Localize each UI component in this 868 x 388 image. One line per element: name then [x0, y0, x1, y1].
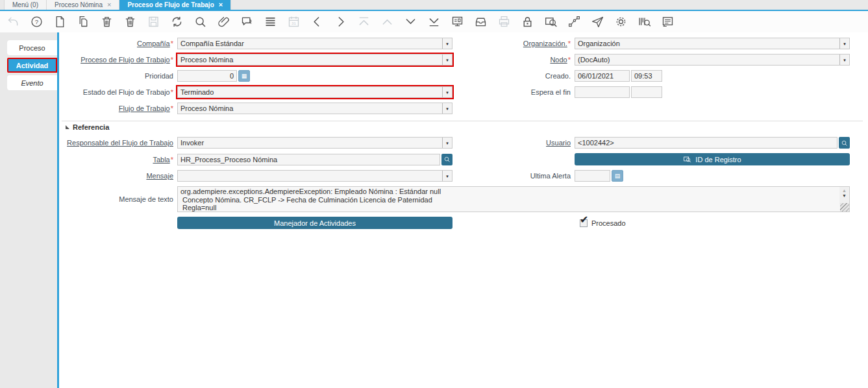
chevron-down-icon[interactable]: ▾: [839, 38, 849, 49]
tab-proceso-nomina[interactable]: Proceso Nómina ×: [47, 0, 119, 10]
calculator-icon[interactable]: ▦: [238, 70, 250, 82]
record-zoom-icon: [683, 155, 691, 164]
tab-proceso-flujo-trabajo[interactable]: Proceso de Flujo de Trabajo ×: [119, 0, 231, 10]
product-info-icon[interactable]: [638, 15, 651, 29]
refresh-icon[interactable]: [170, 15, 184, 29]
preference-icon[interactable]: [614, 15, 628, 29]
zoom-icon[interactable]: [839, 137, 850, 149]
responsable-label: Responsable del Flujo de Trabajo: [63, 139, 173, 147]
compania-combobox[interactable]: Compañía Estándar ▾: [177, 38, 453, 49]
espera-fin-date-field[interactable]: [575, 86, 630, 98]
side-tab-actividad-label: Actividad: [16, 62, 49, 69]
mensaje-label: Mensaje: [63, 172, 173, 180]
tabla-field[interactable]: HR_Process_Proceso Nómina: [177, 154, 440, 165]
side-tab-evento[interactable]: Evento: [7, 75, 57, 90]
last-record-icon[interactable]: [427, 15, 441, 29]
creado-time-field[interactable]: 09:53: [631, 70, 662, 82]
nodo-combobox[interactable]: (DocAuto) ▾: [575, 54, 850, 66]
organizacion-label: Organización.*: [456, 40, 571, 47]
creado-label: Creado.: [456, 72, 571, 80]
responsable-combobox[interactable]: Invoker ▾: [177, 137, 453, 149]
usuario-label: Usuario: [456, 139, 571, 147]
espera-fin-time-field[interactable]: [631, 86, 662, 98]
creado-date-field[interactable]: 06/01/2021: [575, 70, 630, 82]
checkmark-icon: ✔: [580, 213, 588, 226]
textarea-scrollbar[interactable]: ▲ ▼: [839, 187, 849, 204]
ultima-alerta-field[interactable]: [575, 170, 610, 182]
toolbar: [0, 11, 868, 32]
workflow-icon[interactable]: [567, 15, 581, 29]
zoom-across-icon[interactable]: [544, 15, 558, 29]
estado-combobox[interactable]: Terminado ▾: [177, 86, 453, 98]
copy-record-icon[interactable]: [77, 15, 90, 29]
estado-label: Estado del Flujo de Trabajo*: [63, 88, 173, 96]
usuario-field[interactable]: <1002442>: [575, 137, 837, 149]
new-record-icon[interactable]: [53, 15, 67, 29]
compania-label: Compañía*: [63, 40, 173, 47]
nodo-label: Nodo*: [456, 56, 571, 64]
procesado-label: Procesado: [591, 219, 626, 227]
organizacion-combobox[interactable]: Organización ▾: [575, 38, 850, 49]
flujo-value: Proceso Nómina: [178, 103, 442, 114]
referencia-group-header[interactable]: Referencia: [66, 123, 868, 131]
responsable-value: Invoker: [178, 138, 442, 148]
mensaje-value: [178, 171, 442, 181]
archive-icon[interactable]: [474, 15, 488, 29]
side-tab-proceso-label: Proceso: [19, 44, 45, 52]
scroll-up-icon[interactable]: ▲: [842, 188, 847, 193]
delete-selection-icon[interactable]: [123, 15, 137, 29]
flujo-combobox[interactable]: Proceso Nómina ▾: [177, 103, 453, 114]
window-tab-bar: Menú (0) Proceso Nómina × Proceso de Flu…: [0, 0, 868, 10]
delete-record-icon[interactable]: [100, 15, 114, 29]
find-icon[interactable]: [193, 15, 207, 29]
side-tab-evento-label: Evento: [21, 79, 43, 87]
next-record-icon[interactable]: [404, 15, 417, 29]
memo-icon[interactable]: [661, 15, 675, 29]
print-icon: [497, 15, 511, 29]
attachment-icon[interactable]: [217, 15, 230, 29]
mensaje-texto-textarea[interactable]: org.adempiere.exceptions.AdempiereExcept…: [177, 186, 850, 212]
zoom-icon[interactable]: [441, 154, 453, 165]
close-icon[interactable]: ×: [219, 1, 223, 8]
procesado-checkbox[interactable]: ✔: [580, 219, 588, 227]
creado-time-value: 09:53: [634, 72, 652, 80]
side-tab-actividad[interactable]: Actividad: [7, 58, 57, 73]
resize-handle-icon[interactable]: [840, 203, 849, 212]
mensaje-texto-label: Mensaje de texto: [63, 195, 173, 203]
tab-menu[interactable]: Menú (0): [4, 0, 47, 10]
tabla-value: HR_Process_Proceso Nómina: [180, 156, 277, 164]
tab-proceso-flujo-trabajo-label: Proceso de Flujo de Trabajo: [127, 1, 214, 8]
chevron-down-icon[interactable]: ▾: [442, 55, 452, 65]
prioridad-value: 0: [230, 72, 234, 80]
tab-menu-label: Menú (0): [12, 1, 38, 8]
calendar-icon: [287, 15, 301, 29]
chevron-down-icon[interactable]: ▾: [442, 138, 452, 148]
nodo-value: (DocAuto): [575, 55, 839, 65]
tabla-label: Tabla*: [63, 156, 173, 164]
chevron-down-icon[interactable]: ▾: [442, 38, 452, 49]
proceso-flujo-combobox[interactable]: Proceso Nómina ▾: [177, 54, 453, 66]
chevron-down-icon[interactable]: ▾: [839, 55, 849, 65]
first-record-icon: [357, 15, 371, 29]
id-de-registro-button[interactable]: ID de Registro: [575, 153, 850, 165]
group-separator: [62, 121, 863, 121]
help-icon[interactable]: [30, 15, 43, 29]
chat-icon[interactable]: [240, 15, 254, 29]
organizacion-value: Organización: [575, 38, 839, 49]
toggle-grid-icon[interactable]: [264, 15, 277, 29]
chevron-down-icon[interactable]: ▾: [442, 87, 452, 97]
lock-icon[interactable]: [521, 15, 534, 29]
send-request-icon[interactable]: [591, 15, 604, 29]
parent-record-icon[interactable]: [310, 15, 324, 29]
chevron-down-icon[interactable]: ▾: [442, 171, 452, 181]
detail-record-icon[interactable]: [334, 15, 347, 29]
scroll-down-icon[interactable]: ▼: [842, 193, 847, 198]
prioridad-field[interactable]: 0: [177, 70, 237, 82]
side-tab-proceso[interactable]: Proceso: [7, 40, 57, 55]
mensaje-combobox[interactable]: ▾: [177, 170, 453, 182]
close-icon[interactable]: ×: [107, 1, 111, 8]
report-icon[interactable]: [451, 15, 464, 29]
calendar-icon[interactable]: ▤: [612, 170, 623, 182]
chevron-down-icon[interactable]: ▾: [442, 103, 452, 114]
manejador-de-actividades-button[interactable]: Manejador de Actividades: [177, 217, 453, 229]
